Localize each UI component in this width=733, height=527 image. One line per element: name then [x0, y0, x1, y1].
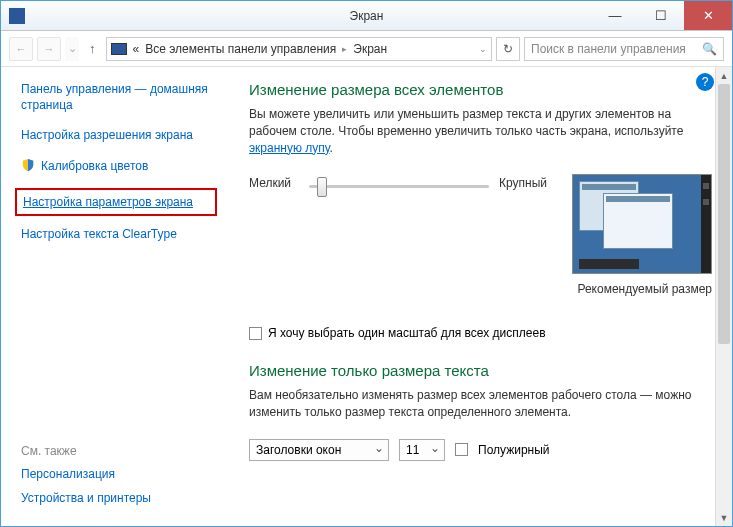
display-icon: [111, 43, 127, 55]
window-title: Экран: [350, 9, 384, 23]
scroll-thumb[interactable]: [718, 84, 730, 344]
sidebar-calibration[interactable]: Калибровка цветов: [41, 158, 148, 174]
magnifier-link[interactable]: экранную лупу: [249, 141, 330, 155]
slider-max-label: Крупный: [499, 174, 547, 190]
up-button[interactable]: ↑: [83, 41, 102, 56]
description: Вы можете увеличить или уменьшить размер…: [249, 106, 712, 156]
heading-text-only: Изменение только размера текста: [249, 362, 712, 379]
seealso-header: См. также: [21, 444, 151, 458]
sidebar-resolution[interactable]: Настройка разрешения экрана: [21, 127, 211, 143]
minimize-button[interactable]: —: [592, 1, 638, 30]
breadcrumb-root[interactable]: Все элементы панели управления: [145, 42, 336, 56]
forward-button[interactable]: →: [37, 37, 61, 61]
same-scale-checkbox[interactable]: [249, 327, 262, 340]
sidebar-cleartype[interactable]: Настройка текста ClearType: [21, 226, 211, 242]
same-scale-label: Я хочу выбрать один масштаб для всех дис…: [268, 326, 546, 340]
bold-label: Полужирный: [478, 443, 550, 457]
shield-icon: [21, 158, 35, 172]
search-input[interactable]: Поиск в панели управления 🔍: [524, 37, 724, 61]
breadcrumb-current[interactable]: Экран: [353, 42, 387, 56]
refresh-button[interactable]: ↻: [496, 37, 520, 61]
search-icon: 🔍: [702, 42, 717, 56]
maximize-button[interactable]: ☐: [638, 1, 684, 30]
heading-resize-all: Изменение размера всех элементов: [249, 81, 712, 98]
seealso-personalization[interactable]: Персонализация: [21, 466, 151, 482]
slider-min-label: Мелкий: [249, 174, 299, 190]
bold-checkbox[interactable]: [455, 443, 468, 456]
history-dropdown[interactable]: ⌄: [65, 37, 79, 61]
sidebar-home[interactable]: Панель управления — домашняя страница: [21, 81, 211, 113]
element-select[interactable]: Заголовки окон: [249, 439, 389, 461]
description2: Вам необязательно изменять размер всех э…: [249, 387, 712, 421]
address-bar[interactable]: « Все элементы панели управления ▸ Экран…: [106, 37, 493, 61]
seealso-devices[interactable]: Устройства и принтеры: [21, 490, 151, 506]
font-size-select[interactable]: 11: [399, 439, 445, 461]
scroll-up[interactable]: ▲: [716, 67, 732, 84]
recommended-label: Рекомендуемый размер: [249, 282, 712, 296]
scroll-down[interactable]: ▼: [716, 509, 732, 526]
app-icon: [9, 8, 25, 24]
preview-image: [572, 174, 712, 274]
close-button[interactable]: ✕: [684, 1, 732, 30]
scrollbar[interactable]: ▲ ▼: [715, 67, 732, 526]
back-button[interactable]: ←: [9, 37, 33, 61]
sidebar-screen-params[interactable]: Настройка параметров экрана: [23, 194, 209, 210]
help-icon[interactable]: ?: [696, 73, 714, 91]
size-slider[interactable]: [309, 177, 489, 197]
